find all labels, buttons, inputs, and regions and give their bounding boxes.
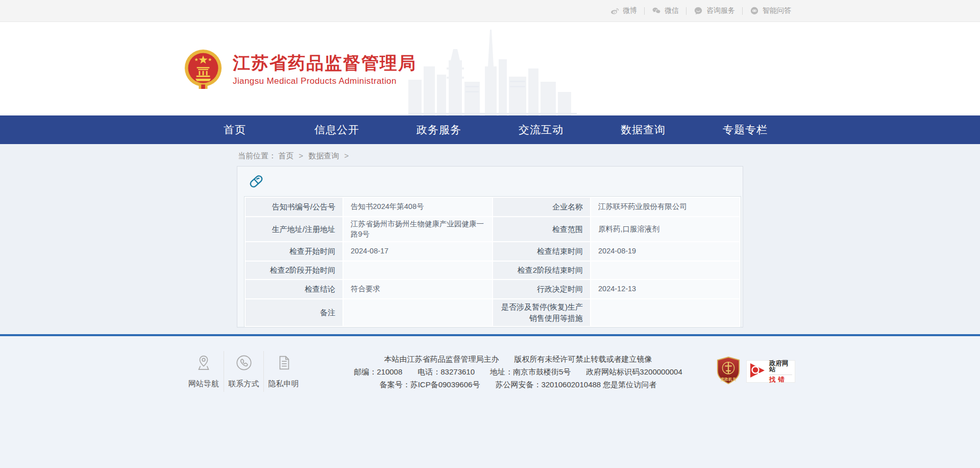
field-label: 检查2阶段开始时间 [246,262,342,279]
footer-link-contact[interactable]: 联系方式 [224,351,263,392]
field-label: 企业名称 [493,198,590,216]
breadcrumb-link-data-query[interactable]: 数据查询 [308,151,339,160]
field-label: 检查结束时间 [493,242,590,261]
field-label: 是否涉及暂停(恢复)生产销售使用等措施 [493,299,590,326]
field-value: 2024-08-17 [344,242,492,261]
topbar-link-label: 微信 [665,6,679,15]
site-title: 江苏省药品监督管理局 [233,53,416,74]
breadcrumb-separator: > [299,151,303,160]
topbar-separator [644,7,645,15]
main-navigation: 首页 信息公开 政务服务 交流互动 数据查询 专题专栏 [0,115,980,144]
topbar-separator [686,7,687,15]
site-header: 江苏省药品监督管理局 Jiangsu Medical Products Admi… [0,22,980,115]
field-label: 行政决定时间 [493,280,590,298]
footer-quick-links: 网站导航 联系方式 隐私申明 [184,351,303,392]
field-value: 江苏省扬州市扬州生物健康产业园健康一路9号 [344,217,492,241]
field-value [591,299,740,326]
breadcrumb-separator: > [344,151,349,160]
field-value [591,262,740,279]
nav-item-info-disclosure[interactable]: 信息公开 [286,115,388,144]
site-subtitle: Jiangsu Medical Products Administration [233,76,416,86]
field-value [344,262,492,279]
nav-item-home[interactable]: 首页 [184,115,286,144]
wechat-icon [652,6,661,15]
table-row: 备注 是否涉及暂停(恢复)生产销售使用等措施 [246,299,740,326]
footer-link-privacy[interactable]: 隐私申明 [263,351,303,392]
badge-find-error-title: 政府网站 [769,360,792,375]
field-label: 告知书编号/公告号 [246,198,342,216]
footer-link-label: 隐私申明 [268,379,299,389]
topbar-link-label: 微博 [623,6,637,15]
topbar-link-label: 咨询服务 [706,6,735,15]
nav-item-interaction[interactable]: 交流互动 [490,115,592,144]
nav-item-special-topics[interactable]: 专题专栏 [694,115,796,144]
topbar-link-weibo[interactable]: 微博 [610,6,637,15]
contact-phone-icon [235,354,253,373]
field-value: 江苏联环药业股份有限公司 [591,198,740,216]
gov-site-find-error-badge[interactable]: 政府网站 找错 [746,360,795,383]
field-label: 生产地址/注册地址 [246,217,342,241]
topbar-link-label: 智能问答 [763,6,791,15]
find-error-magnifier-icon [749,361,767,382]
field-value [344,299,492,326]
topbar-separator [742,7,743,15]
field-label: 检查2阶段结束时间 [493,262,590,279]
breadcrumb-link-home[interactable]: 首页 [278,151,293,160]
topbar-link-wechat[interactable]: 微信 [652,6,679,15]
site-map-pin-icon [195,354,212,373]
field-label: 备注 [246,299,342,326]
table-row: 检查开始时间 2024-08-17 检查结束时间 2024-08-19 [246,242,740,261]
city-skyline-illustration [408,30,577,115]
field-label: 检查开始时间 [246,242,342,261]
privacy-document-icon [275,354,292,373]
smart-qa-robot-icon [750,6,759,15]
footer-info-line-2: 邮编：210008 电话：83273610 地址：南京市鼓楼街5号 政府网站标识… [321,365,716,378]
brand-logo-link[interactable]: 江苏省药品监督管理局 Jiangsu Medical Products Admi… [184,49,416,92]
footer-link-label: 网站导航 [188,379,219,389]
field-label: 检查范围 [493,217,590,241]
svg-text:党政机关: 党政机关 [720,377,737,382]
field-value: 符合要求 [344,280,492,298]
footer-badges: 党政机关 政府网站 找错 [716,356,796,387]
breadcrumb: 当前位置： 首页 > 数据查询 > [237,144,743,166]
field-label: 检查结论 [246,280,342,298]
content-area: 当前位置： 首页 > 数据查询 > 告知书编号/公告号 [0,144,980,334]
brand-text: 江苏省药品监督管理局 Jiangsu Medical Products Admi… [233,49,416,86]
badge-find-error-action: 找错 [769,375,792,383]
field-value: 告知书2024年第408号 [344,198,492,216]
topbar: 微博 微信 咨询服务 智能问答 [0,0,980,22]
footer-link-label: 联系方式 [229,379,259,389]
capsule-pill-icon [244,170,267,193]
field-value: 原料药,口服溶液剂 [591,217,740,241]
nav-item-gov-services[interactable]: 政务服务 [388,115,490,144]
breadcrumb-prefix: 当前位置： [238,151,276,160]
weibo-icon [610,6,619,15]
table-row: 检查结论 符合要求 行政决定时间 2024-12-13 [246,280,740,298]
footer-info-line-3: 备案号：苏ICP备09039606号 苏公网安备：32010602010488 … [321,378,716,391]
footer-link-site-map[interactable]: 网站导航 [184,351,224,392]
topbar-link-consult[interactable]: 咨询服务 [694,6,735,15]
footer-info-line-1: 本站由江苏省药品监督管理局主办 版权所有未经许可禁止转载或者建立镜像 [321,353,716,365]
nav-item-data-query[interactable]: 数据查询 [592,115,694,144]
field-value: 2024-08-19 [591,242,740,261]
site-footer: 网站导航 联系方式 隐私申明 本站由江苏省药品监督管理局主办 版权所有未经许可禁… [0,336,980,468]
table-row: 生产地址/注册地址 江苏省扬州市扬州生物健康产业园健康一路9号 检查范围 原料药… [246,217,740,241]
table-row: 告知书编号/公告号 告知书2024年第408号 企业名称 江苏联环药业股份有限公… [246,198,740,216]
national-emblem-logo [184,49,223,92]
consult-chat-icon [694,6,703,15]
party-gov-shield-badge[interactable]: 党政机关 [716,356,741,387]
inspection-record-panel: 告知书编号/公告号 告知书2024年第408号 企业名称 江苏联环药业股份有限公… [237,166,743,327]
footer-info: 本站由江苏省药品监督管理局主办 版权所有未经许可禁止转载或者建立镜像 邮编：21… [303,353,716,391]
topbar-link-smart-qa[interactable]: 智能问答 [750,6,791,15]
field-value: 2024-12-13 [591,280,740,298]
table-row: 检查2阶段开始时间 检查2阶段结束时间 [246,262,740,279]
inspection-detail-table: 告知书编号/公告号 告知书2024年第408号 企业名称 江苏联环药业股份有限公… [244,196,741,327]
